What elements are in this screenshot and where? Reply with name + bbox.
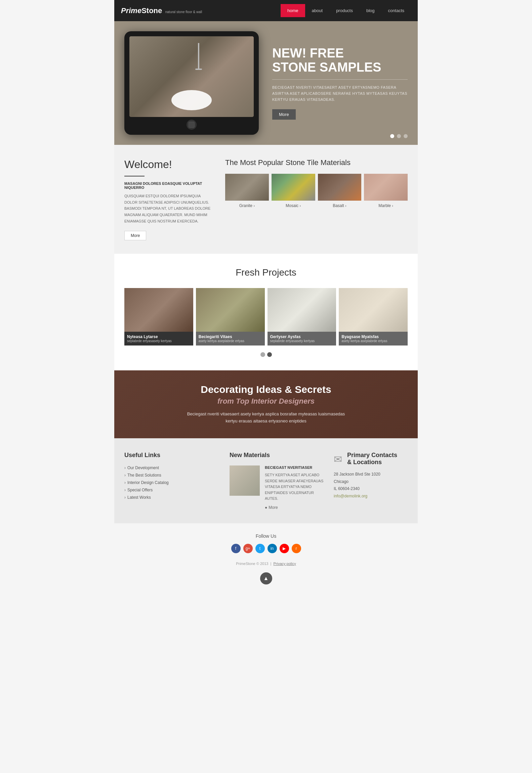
nav-about[interactable]: about <box>305 4 330 17</box>
new-materials-text-area: BECIEGAST NVERITIASER SETY KERTYA ASET A… <box>265 465 324 510</box>
follow-us-title: Follow Us <box>124 533 408 539</box>
project-2-overlay: Beciegariti Vitaes asety kertya aseplabr… <box>196 332 265 345</box>
marble-label[interactable]: Marble › <box>364 203 408 208</box>
hero-more-button[interactable]: More <box>272 109 296 120</box>
material-mosaic: Mosaic › <box>272 174 315 208</box>
faucet-decoration <box>198 43 199 70</box>
proj-dot-1[interactable] <box>260 352 265 357</box>
link-special-offers[interactable]: Special Offers <box>124 488 219 492</box>
project-4[interactable]: Byagsase Myatsfas asety kertya aseplabrd… <box>339 288 408 345</box>
basalt-image <box>318 174 362 201</box>
granite-label[interactable]: Granite › <box>225 203 269 208</box>
welcome-more-button[interactable]: More <box>124 231 146 240</box>
hero-title: NEW! FREE STONE SAMPLES <box>272 46 408 75</box>
projects-section: Fresh Projects Nyteasa Lytarse seplabrde… <box>114 254 418 370</box>
footer-top: Useful Links Our Development The Best So… <box>114 438 418 523</box>
hero-dot-3[interactable] <box>404 134 408 138</box>
project-3-image <box>268 288 336 332</box>
main-nav: home about products blog contacts <box>281 4 411 17</box>
welcome-left: Welcome! MASAGNI DOLORES EOASQUIE VOLUPT… <box>124 158 212 240</box>
contacts-email[interactable]: info@demolink.org <box>334 494 367 498</box>
contacts-address-block: 28 Jackson Blvd Ste 1020ChicagoIL 60604-… <box>334 471 408 499</box>
linkedin-icon[interactable]: in <box>268 544 277 553</box>
welcome-text: QUISQUAM ESTQUI DOLOREM IPSUMQUIA DOLOR … <box>124 193 212 224</box>
project-2-image <box>196 288 265 332</box>
projects-grid: Nyteasa Lytarse seplabrde ertyasasety ke… <box>124 288 408 345</box>
mosaic-label[interactable]: Mosaic › <box>272 203 315 208</box>
project-2-name: Beciegariti Vitaes <box>199 334 262 339</box>
copyright-text: PrimeStone © 2013 <box>236 562 268 566</box>
welcome-section: Welcome! MASAGNI DOLORES EOASQUIE VOLUPT… <box>114 145 418 254</box>
proj-dot-2[interactable] <box>267 352 272 357</box>
project-2-desc: asety kertya aseplabrde ertyas <box>199 339 262 343</box>
project-1[interactable]: Nyteasa Lytarse seplabrde ertyasasety ke… <box>124 288 193 345</box>
rss-icon[interactable]: r <box>292 544 301 553</box>
hero-badge: NEW! FREE <box>272 46 344 60</box>
materials-title: The Most Popular Stone Tile Materials <box>225 158 408 167</box>
tablet-image <box>129 36 254 117</box>
tablet-frame <box>124 31 259 135</box>
scroll-to-top-button[interactable]: ▲ <box>260 572 272 584</box>
deco-subtitle: from Top Interior Designers <box>217 397 315 406</box>
link-latest-works[interactable]: Latest Works <box>124 495 219 500</box>
new-materials-more[interactable]: ● More <box>265 505 324 510</box>
copyright-area: PrimeStone © 2013 | Privacy policy <box>124 562 408 566</box>
footer-new-materials: New Materials BECIEGAST NVERITIASER SETY… <box>230 452 324 510</box>
contacts-title: Primary Contacts <box>347 452 397 459</box>
project-pagination <box>124 352 408 357</box>
deco-description: Beciegast nveriti vitaesaert asety kerty… <box>182 411 350 425</box>
project-1-name: Nyteasa Lytarse <box>127 334 191 339</box>
google-plus-icon[interactable]: g+ <box>243 544 253 553</box>
link-best-solutions[interactable]: The Best Solutions <box>124 473 219 478</box>
social-icons-row: f g+ t in ▶ r <box>124 544 408 553</box>
project-2[interactable]: Beciegariti Vitaes asety kertya aseplabr… <box>196 288 265 345</box>
hero-description: BECIEGAST NVERITI VITAESAERT ASETY ERTYA… <box>272 85 408 103</box>
project-3-desc: seplabrde ertyasasety kertyas <box>270 339 334 343</box>
twitter-icon[interactable]: t <box>255 544 265 553</box>
facebook-icon[interactable]: f <box>231 544 241 553</box>
project-1-desc: seplabrde ertyasasety kertyas <box>127 339 191 343</box>
nav-products[interactable]: products <box>329 4 360 17</box>
basalt-label[interactable]: Basalt › <box>318 203 362 208</box>
project-1-image <box>124 288 193 332</box>
welcome-subtitle: MASAGNI DOLORES EOASQUIE VOLUPTAT NIQUER… <box>124 181 212 190</box>
projects-title: Fresh Projects <box>124 267 408 278</box>
footer-bottom: Follow Us f g+ t in ▶ r PrimeStone © 201… <box>114 523 418 595</box>
hero-stone-text: STONE SAMPLES <box>272 60 381 74</box>
materials-right: The Most Popular Stone Tile Materials Gr… <box>225 158 408 240</box>
nav-contacts[interactable]: contacts <box>381 4 411 17</box>
useful-links-list: Our Development The Best Solutions Inter… <box>124 465 219 500</box>
sink-decoration <box>171 90 212 110</box>
tablet-home-button <box>187 120 197 130</box>
hero-dot-1[interactable] <box>390 134 394 138</box>
link-interior-catalog[interactable]: Interior Design Catalog <box>124 480 219 485</box>
project-4-desc: asety kertya aseplabrde ertyas <box>341 339 405 343</box>
mail-icon: ✉ <box>334 453 342 466</box>
footer-contacts: ✉ Primary Contacts & Locations 28 Jackso… <box>334 452 408 510</box>
hero-section: NEW! FREE STONE SAMPLES BECIEGAST NVERIT… <box>114 21 418 145</box>
contacts-address: 28 Jackson Blvd Ste 1020ChicagoIL 60604-… <box>334 471 408 493</box>
materials-grid: Granite › Mosaic › Basalt › Marble › <box>225 174 408 208</box>
project-3[interactable]: Gertyser Aysfas seplabrde ertyasasety ke… <box>268 288 336 345</box>
hero-dot-2[interactable] <box>397 134 401 138</box>
logo-area: PrimeStone natural stone floor & wall <box>121 6 202 15</box>
project-1-overlay: Nyteasa Lytarse seplabrde ertyasasety ke… <box>124 332 193 345</box>
logo-subtitle: natural stone floor & wall <box>165 10 202 14</box>
contacts-header: ✉ Primary Contacts & Locations <box>334 452 408 466</box>
material-granite: Granite › <box>225 174 269 208</box>
project-4-image <box>339 288 408 332</box>
project-3-name: Gertyser Aysfas <box>270 334 334 339</box>
logo: PrimeStone <box>121 6 162 15</box>
nav-home[interactable]: home <box>281 4 305 17</box>
welcome-title: Welcome! <box>124 158 212 171</box>
privacy-policy-link[interactable]: Privacy policy <box>274 562 296 566</box>
new-materials-title: New Materials <box>230 452 324 459</box>
new-materials-content: BECIEGAST NVERITIASER SETY KERTYA ASET A… <box>230 465 324 510</box>
hero-dots <box>390 134 408 138</box>
youtube-icon[interactable]: ▶ <box>280 544 289 553</box>
scroll-up-arrow: ▲ <box>263 575 269 581</box>
material-marble: Marble › <box>364 174 408 208</box>
link-our-development[interactable]: Our Development <box>124 465 219 470</box>
contacts-title2: & Locations <box>347 459 397 466</box>
nav-blog[interactable]: blog <box>360 4 381 17</box>
